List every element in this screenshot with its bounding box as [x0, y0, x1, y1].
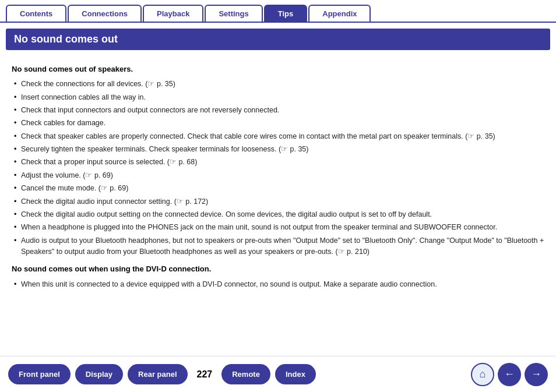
bottom-nav-left: Front panel Display Rear panel 227 Remot…: [8, 364, 316, 384]
next-button[interactable]: →: [525, 363, 548, 386]
front-panel-button[interactable]: Front panel: [8, 364, 71, 384]
list-item: Insert connection cables all the way in.: [12, 92, 544, 103]
tab-tips[interactable]: Tips: [264, 5, 308, 22]
list-item: Securely tighten the speaker terminals. …: [12, 144, 544, 155]
list-item: Check that speaker cables are properly c…: [12, 131, 544, 142]
tab-connections[interactable]: Connections: [68, 5, 142, 22]
subsection-2-list: When this unit is connected to a device …: [12, 279, 544, 290]
section-header: No sound comes out: [6, 29, 550, 50]
list-item: Cancel the mute mode. (☞ p. 69): [12, 183, 544, 194]
subsection-1-list: Check the connections for all devices. (…: [12, 79, 544, 257]
list-item: When this unit is connected to a device …: [12, 279, 544, 290]
main-content: No sound comes out of speakers. Check th…: [0, 56, 556, 308]
remote-button[interactable]: Remote: [221, 364, 270, 384]
list-item: Check that input connectors and output c…: [12, 105, 544, 116]
list-item: Check cables for damage.: [12, 118, 544, 129]
home-icon: ⌂: [480, 368, 486, 380]
subsection-title-2: No sound comes out when using the DVI-D …: [12, 263, 544, 275]
rear-panel-button[interactable]: Rear panel: [128, 364, 187, 384]
list-item: Check the digital audio output setting o…: [12, 209, 544, 220]
list-item: Check that a proper input source is sele…: [12, 157, 544, 168]
list-item: Check the connections for all devices. (…: [12, 79, 544, 90]
tab-bar: Contents Connections Playback Settings T…: [0, 0, 556, 23]
display-button[interactable]: Display: [75, 364, 123, 384]
list-item: Audio is output to your Bluetooth headph…: [12, 235, 544, 258]
next-icon: →: [531, 368, 541, 380]
prev-icon: ←: [504, 368, 515, 380]
prev-button[interactable]: ←: [498, 363, 521, 386]
list-item: Check the digital audio input connector …: [12, 196, 544, 207]
tab-contents[interactable]: Contents: [6, 5, 66, 22]
bottom-nav: Front panel Display Rear panel 227 Remot…: [0, 356, 556, 392]
tab-appendix[interactable]: Appendix: [308, 5, 371, 22]
page-number: 227: [197, 369, 213, 380]
home-button[interactable]: ⌂: [471, 363, 494, 386]
tab-playback[interactable]: Playback: [143, 5, 203, 22]
tab-settings[interactable]: Settings: [205, 5, 262, 22]
list-item: When a headphone is plugged into the PHO…: [12, 222, 544, 233]
bottom-nav-right: ⌂ ← →: [471, 363, 548, 386]
list-item: Adjust the volume. (☞ p. 69): [12, 170, 544, 181]
subsection-title-1: No sound comes out of speakers.: [12, 63, 544, 75]
index-button[interactable]: Index: [275, 364, 316, 384]
